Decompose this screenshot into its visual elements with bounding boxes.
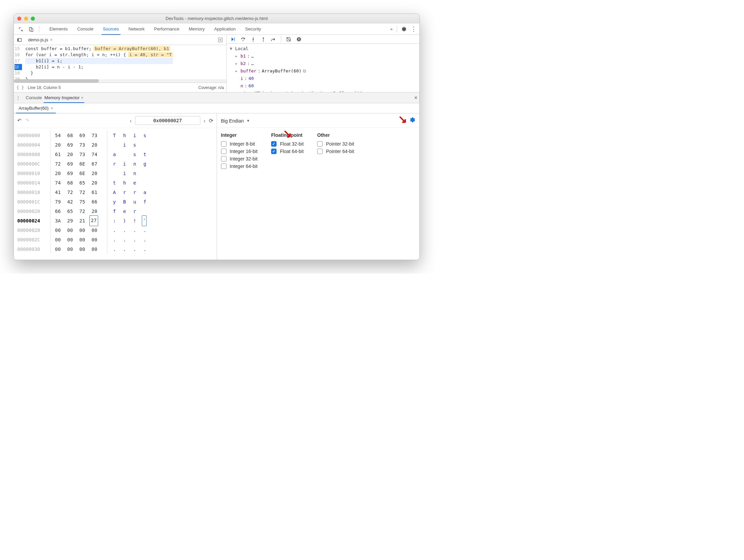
scope-var-str[interactable]: str: "This is a string in the ArrayBuffe…	[229, 90, 419, 92]
sources-main-split: demo-js.js × 15161718192021 const buffer…	[14, 35, 419, 92]
hex-row[interactable]: 0000001841727261Arra	[17, 188, 213, 197]
hex-row[interactable]: 0000000861207374a st	[17, 150, 213, 159]
history-forward-icon[interactable]: ↷	[25, 117, 29, 124]
buffer-tab-label: ArrayBuffer(60)	[19, 106, 49, 111]
address-navigation-row: ↶ ↷ ‹ › ⟳	[14, 113, 217, 128]
pause-exceptions-icon[interactable]	[296, 36, 302, 42]
hex-row[interactable]: 0000000420697320 is	[17, 140, 213, 150]
device-toolbar-icon[interactable]	[27, 26, 36, 32]
resume-script-icon[interactable]	[230, 36, 236, 42]
checkbox-icon[interactable]	[221, 149, 226, 154]
checkbox-icon[interactable]	[221, 141, 226, 147]
checkbox-icon[interactable]	[271, 149, 277, 154]
value-type-integer-64-bit[interactable]: Integer 64-bit	[221, 164, 258, 169]
checkbox-icon[interactable]	[221, 164, 226, 169]
hex-row[interactable]: 0000001020696E20 in	[17, 169, 213, 178]
value-type-integer-32-bit[interactable]: Integer 32-bit	[221, 156, 258, 161]
editor-tabbar: demo-js.js ×	[14, 35, 226, 45]
endianness-label: Big Endian	[221, 118, 244, 124]
step-out-icon[interactable]	[261, 36, 266, 42]
panel-tab-elements[interactable]: Elements	[48, 24, 69, 35]
main-toolbar: ElementsConsoleSourcesNetworkPerformance…	[14, 23, 419, 35]
dropdown-caret-icon: ▼	[246, 119, 250, 123]
close-drawer-icon[interactable]: ×	[414, 95, 417, 101]
cursor-position: Line 18, Column 5	[28, 85, 61, 90]
hex-row[interactable]: 0000003000000000....	[17, 244, 213, 254]
panel-tab-memory[interactable]: Memory	[188, 24, 206, 35]
hex-row[interactable]: 0000001474686520the	[17, 178, 213, 188]
overflow-panels-icon[interactable]: »	[390, 26, 393, 31]
value-type-integer-16-bit[interactable]: Integer 16-bit	[221, 149, 258, 154]
hex-row[interactable]: 0000002C00000000....	[17, 235, 213, 244]
editor-hscrollbar[interactable]	[14, 79, 226, 83]
scope-var-n[interactable]: n: 60	[229, 82, 419, 90]
value-type-pointer-64-bit[interactable]: Pointer 64-bit	[317, 149, 354, 154]
panel-tab-performance[interactable]: Performance	[153, 24, 180, 35]
file-tab-label: demo-js.js	[28, 37, 48, 42]
svg-rect-12	[299, 38, 300, 41]
memory-hex-panel: ↶ ↷ ‹ › ⟳ 0000000054686973This0000000420…	[14, 113, 217, 260]
checkbox-icon[interactable]	[271, 141, 277, 147]
debugger-sidebar: ▼Local▸b1: …▸b2: …▸buffer: ArrayBuffer(6…	[227, 35, 419, 92]
address-input[interactable]	[135, 116, 200, 125]
kebab-menu-icon[interactable]: ⋮	[411, 25, 417, 33]
address-prev-icon[interactable]: ‹	[130, 118, 132, 124]
svg-point-6	[243, 40, 244, 41]
hex-grid[interactable]: 0000000054686973This0000000420697320 is …	[14, 128, 217, 257]
scope-var-b1[interactable]: ▸b1: …	[229, 52, 419, 60]
deactivate-breakpoints-icon[interactable]	[286, 36, 291, 42]
drawer-tab-console[interactable]: Console	[25, 93, 43, 102]
hex-row[interactable]: 0000000054686973This	[17, 131, 213, 140]
hex-row[interactable]: 0000001C79427566yBuf	[17, 197, 213, 207]
hex-row[interactable]: 0000002800000000....	[17, 225, 213, 235]
close-window-button[interactable]	[17, 17, 21, 21]
step-into-icon[interactable]	[250, 36, 256, 42]
value-type-float-32-bit[interactable]: Float 32-bit	[271, 141, 304, 147]
editor-file-tab[interactable]: demo-js.js ×	[25, 36, 55, 44]
zoom-window-button[interactable]	[31, 17, 35, 21]
checkbox-icon[interactable]	[221, 156, 226, 161]
hex-row[interactable]: 0000000C72696E67ring	[17, 159, 213, 169]
address-next-icon[interactable]: ›	[204, 118, 205, 124]
value-type-pointer-32-bit[interactable]: Pointer 32-bit	[317, 141, 354, 147]
scope-var-buffer[interactable]: ▸buffer: ArrayBuffer(60) ⧉	[229, 67, 419, 75]
code-editor[interactable]: 15161718192021 const buffer = b1.buffer;…	[14, 45, 226, 79]
hex-row[interactable]: 0000002066657220fer	[17, 207, 213, 216]
panel-tab-application[interactable]: Application	[213, 24, 237, 35]
close-tab-icon[interactable]: ×	[50, 38, 52, 42]
svg-point-9	[271, 40, 272, 41]
scope-variables[interactable]: ▼Local▸b1: …▸b2: …▸buffer: ArrayBuffer(6…	[227, 44, 419, 92]
endianness-selector[interactable]: Big Endian ▼	[221, 118, 250, 124]
debugger-controls	[227, 35, 419, 44]
checkbox-icon[interactable]	[317, 149, 323, 154]
file-navigator-icon[interactable]	[15, 37, 23, 43]
svg-point-7	[253, 41, 254, 42]
drawer-tabbar: ⋮ Console Memory Inspector × ×	[14, 92, 419, 103]
drawer-tab-memory-inspector[interactable]: Memory Inspector ×	[44, 93, 84, 103]
scope-var-b2[interactable]: ▸b2: …	[229, 60, 419, 67]
panel-tab-sources[interactable]: Sources	[102, 24, 121, 35]
minimize-window-button[interactable]	[24, 17, 28, 21]
scope-var-i[interactable]: i: 40	[229, 75, 419, 82]
history-back-icon[interactable]: ↶	[17, 117, 22, 124]
panel-tab-network[interactable]: Network	[127, 24, 146, 35]
value-type-float-64-bit[interactable]: Float 64-bit	[271, 149, 304, 154]
run-snippet-icon[interactable]	[216, 37, 225, 43]
memory-inspector-buffer-tab[interactable]: ArrayBuffer(60) ×	[16, 104, 56, 113]
inspect-element-icon[interactable]	[17, 26, 25, 32]
drawer-kebab-icon[interactable]: ⋮	[16, 95, 20, 100]
panel-tab-console[interactable]: Console	[76, 24, 95, 35]
close-buffer-tab-icon[interactable]: ×	[51, 106, 53, 111]
step-icon[interactable]	[271, 36, 276, 42]
step-over-icon[interactable]	[240, 36, 246, 42]
value-types-gear-icon[interactable]	[409, 117, 415, 125]
settings-gear-icon[interactable]	[401, 26, 407, 32]
panel-tab-security[interactable]: Security	[244, 24, 262, 35]
hex-row[interactable]: 000000243A292127:)!'	[17, 216, 213, 225]
pretty-print-icon[interactable]: { }	[17, 85, 24, 90]
devtools-window: DevTools - memory-inspector.glitch.me/de…	[14, 14, 420, 260]
svg-rect-5	[234, 38, 235, 41]
refresh-memory-icon[interactable]: ⟳	[209, 117, 213, 124]
value-type-integer-8-bit[interactable]: Integer 8-bit	[221, 141, 258, 147]
checkbox-icon[interactable]	[317, 141, 323, 147]
